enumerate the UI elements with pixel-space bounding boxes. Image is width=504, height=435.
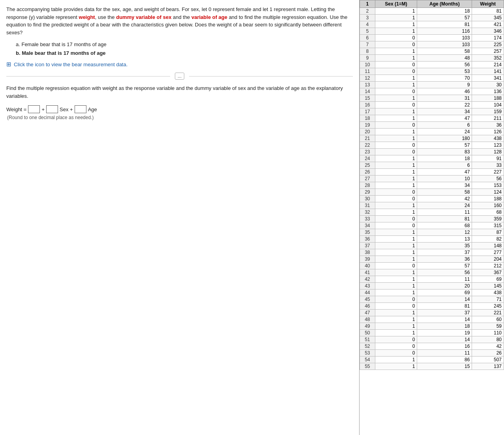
table-row: 41156367: [360, 269, 504, 276]
cell-weight: 124: [472, 189, 504, 196]
cell-weight: 91: [472, 155, 504, 162]
cell-sex: 1: [375, 108, 417, 115]
cell-age: 11: [417, 350, 472, 357]
table-row: 2411891: [360, 155, 504, 162]
row-num: 7: [360, 41, 375, 48]
cell-weight: 145: [472, 283, 504, 289]
cell-weight: 438: [472, 135, 504, 142]
table-row: 20124126: [360, 129, 504, 135]
row-num: 49: [360, 323, 375, 330]
cell-sex: 1: [375, 175, 417, 182]
table-row: 31124160: [360, 202, 504, 209]
cell-sex: 0: [375, 216, 417, 222]
cell-sex: 1: [375, 256, 417, 263]
cell-age: 14: [417, 296, 472, 303]
cell-sex: 0: [375, 303, 417, 310]
cell-sex: 1: [375, 249, 417, 256]
row-num: 27: [360, 175, 375, 182]
cell-age: 47: [417, 169, 472, 175]
table-icon: ⊞: [6, 61, 11, 68]
icon-link-label: Click the icon to view the bear measurem…: [14, 62, 127, 67]
round-note: (Round to one decimal place as needed.): [7, 115, 353, 120]
row-num: 44: [360, 289, 375, 296]
main-content: The accompanying table provides data for…: [0, 0, 359, 435]
cell-age: 14: [417, 316, 472, 323]
cell-age: 16: [417, 343, 472, 350]
cell-weight: 188: [472, 95, 504, 102]
equation-sex-label: Sex +: [60, 106, 73, 112]
row-num: 46: [360, 303, 375, 310]
cell-weight: 68: [472, 209, 504, 216]
cell-age: 58: [417, 189, 472, 196]
row-num: 32: [360, 209, 375, 216]
cell-age: 24: [417, 202, 472, 209]
cell-age: 42: [417, 196, 472, 202]
table-row: 15131188: [360, 95, 504, 102]
cell-weight: 341: [472, 75, 504, 82]
table-row: 29058124: [360, 189, 504, 196]
row-num: 3: [360, 15, 375, 21]
cell-weight: 56: [472, 175, 504, 182]
table-row: 46081245: [360, 303, 504, 310]
cell-weight: 126: [472, 129, 504, 135]
cell-sex: 1: [375, 269, 417, 276]
cell-age: 35: [417, 243, 472, 249]
table-row: 12170341: [360, 75, 504, 82]
equation-box-age[interactable]: [75, 105, 86, 113]
row-num: 16: [360, 102, 375, 108]
cell-sex: 1: [375, 323, 417, 330]
cell-weight: 160: [472, 202, 504, 209]
cell-age: 37: [417, 249, 472, 256]
row-num: 22: [360, 142, 375, 149]
equation-box-sex[interactable]: [46, 105, 58, 113]
table-row: 54186507: [360, 357, 504, 363]
table-row: 251633: [360, 162, 504, 169]
cell-age: 36: [417, 256, 472, 263]
row-num: 39: [360, 256, 375, 263]
cell-sex: 0: [375, 343, 417, 350]
cell-weight: 136: [472, 88, 504, 95]
table-header-row: 1 Sex (1=M) Age (Months) Weight: [360, 0, 504, 8]
cell-sex: 1: [375, 95, 417, 102]
divider-line-left: [6, 76, 170, 77]
cell-weight: 26: [472, 350, 504, 357]
row-num: 9: [360, 55, 375, 62]
table-row: 131930: [360, 82, 504, 88]
table-row: 26147227: [360, 169, 504, 175]
cell-weight: 315: [472, 222, 504, 229]
divider-row: ...: [6, 73, 353, 80]
cell-weight: 60: [472, 316, 504, 323]
cell-weight: 507: [472, 357, 504, 363]
table-row: 11053141: [360, 68, 504, 75]
cell-sex: 1: [375, 75, 417, 82]
cell-age: 48: [417, 55, 472, 62]
cell-age: 22: [417, 102, 472, 108]
row-num: 8: [360, 48, 375, 55]
cell-age: 46: [417, 88, 472, 95]
table-row: 60103174: [360, 35, 504, 41]
cell-age: 15: [417, 363, 472, 370]
equation-box-intercept[interactable]: [28, 105, 40, 113]
cell-age: 47: [417, 115, 472, 122]
cell-weight: 69: [472, 276, 504, 283]
cell-age: 53: [417, 68, 472, 75]
table-row: 211881: [360, 8, 504, 15]
cell-weight: 81: [472, 8, 504, 15]
table-row: 3157345: [360, 15, 504, 21]
row-num: 35: [360, 229, 375, 236]
cell-age: 56: [417, 269, 472, 276]
cell-age: 81: [417, 303, 472, 310]
icon-link[interactable]: ⊞ Click the icon to view the bear measur…: [6, 61, 353, 68]
cell-age: 34: [417, 182, 472, 189]
row-num: 30: [360, 196, 375, 202]
row-num: 52: [360, 343, 375, 350]
table-row: 8158257: [360, 48, 504, 55]
equation-plus1: +: [41, 106, 45, 112]
row-num: 50: [360, 330, 375, 336]
cell-weight: 421: [472, 21, 504, 28]
cell-weight: 245: [472, 303, 504, 310]
cell-sex: 0: [375, 296, 417, 303]
cell-sex: 1: [375, 182, 417, 189]
cell-age: 70: [417, 75, 472, 82]
highlight-weight: weight: [79, 14, 95, 20]
